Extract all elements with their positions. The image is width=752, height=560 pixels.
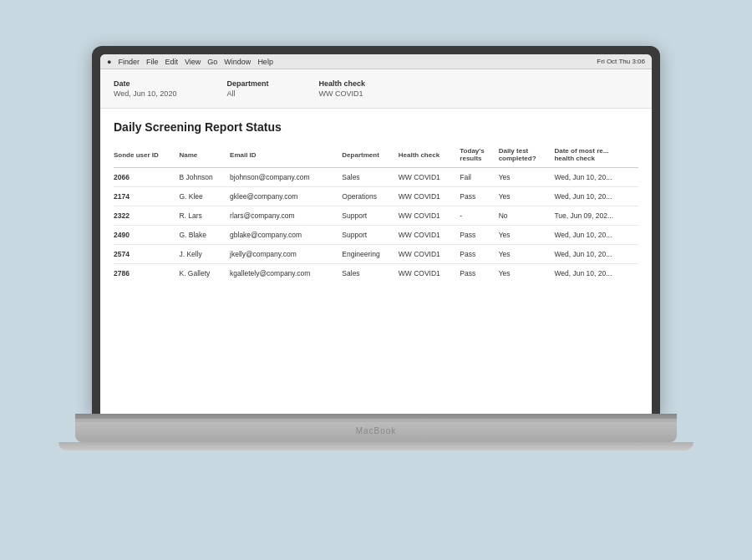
table-cell-3: Sales [342,264,398,283]
table-cell-4: WW COVID1 [399,226,460,245]
report-section: Daily Screening Report Status Sonde user… [100,109,652,414]
table-row: 2066B Johnsonbjohnson@company.comSalesWW… [114,168,638,187]
healthcheck-value: WW COVID1 [318,89,365,98]
table-cell-3: Support [342,206,398,226]
menu-edit[interactable]: Edit [165,58,178,66]
table-row: 2174G. Kleegklee@company.comOperationsWW… [114,187,638,206]
table-cell-1: K. Gallety [179,264,230,283]
table-cell-5: Fail [460,168,498,187]
col-header-health: Health check [399,144,460,168]
screen-content: ● Finder File Edit View Go Window Help F… [100,54,652,414]
department-value: All [226,89,268,98]
table-cell-7: Wed, Jun 10, 20... [554,187,638,206]
healthcheck-label: Health check [318,79,365,88]
laptop-bottom [58,442,694,451]
table-cell-4: WW COVID1 [399,206,460,226]
table-cell-2: jkelly@company.com [230,245,342,264]
table-cell-7: Wed, Jun 10, 20... [554,226,638,245]
table-cell-5: Pass [460,245,498,264]
table-cell-6: Yes [499,226,555,245]
laptop-screen-outer: ● Finder File Edit View Go Window Help F… [92,46,660,414]
menu-file[interactable]: File [146,58,159,66]
menu-bar: ● Finder File Edit View Go Window Help F… [100,54,652,69]
laptop-wrapper: ● Finder File Edit View Go Window Help F… [75,46,677,514]
table-cell-3: Operations [342,187,398,206]
menu-view[interactable]: View [185,58,201,66]
laptop-brand: MacBook [356,426,397,435]
col-header-name: Name [179,144,230,168]
table-cell-7: Wed, Jun 10, 20... [554,168,638,187]
col-header-results: Today'sresults [460,144,498,168]
app-content: Date Wed, Jun 10, 2020 Department All He… [100,69,652,414]
table-header-row: Sonde user ID Name Email ID Department H… [114,144,638,168]
table-cell-5: Pass [460,264,498,283]
date-value: Wed, Jun 10, 2020 [114,89,176,98]
menu-window[interactable]: Window [224,58,251,66]
table-row: 2322R. Larsrlars@company.comSupportWW CO… [114,206,638,226]
filter-bar: Date Wed, Jun 10, 2020 Department All He… [100,69,652,109]
table-cell-3: Engineering [342,245,398,264]
menu-bar-right: Fri Oct Thu 3:06 [597,58,645,65]
table-cell-4: WW COVID1 [399,187,460,206]
table-row: 2786K. Galletykgalletely@company.comSale… [114,264,638,283]
menu-finder[interactable]: Finder [118,58,140,66]
col-header-id: Sonde user ID [114,144,179,168]
menu-bar-left: ● Finder File Edit View Go Window Help [107,58,273,66]
table-cell-5: - [460,206,498,226]
col-header-dept: Department [342,144,398,168]
table-cell-7: Wed, Jun 10, 20... [554,264,638,283]
table-cell-5: Pass [460,226,498,245]
healthcheck-filter: Health check WW COVID1 [318,79,365,98]
table-cell-6: Yes [499,168,555,187]
table-cell-6: No [499,206,555,226]
table-cell-5: Pass [460,187,498,206]
table-cell-6: Yes [499,264,555,283]
menu-apple[interactable]: ● [107,58,111,66]
table-cell-6: Yes [499,245,555,264]
col-header-completed: Daily testcompleted? [499,144,555,168]
data-table: Sonde user ID Name Email ID Department H… [114,144,638,283]
table-cell-0: 2066 [114,168,179,187]
table-row: 2574J. Kellyjkelly@company.comEngineerin… [114,245,638,264]
table-cell-4: WW COVID1 [399,168,460,187]
menu-time: Fri Oct Thu 3:06 [597,58,645,65]
table-cell-0: 2322 [114,206,179,226]
department-label: Department [226,79,268,88]
table-cell-2: gblake@company.com [230,226,342,245]
table-cell-2: gklee@company.com [230,187,342,206]
table-row: 2490G. Blakegblake@company.comSupportWW … [114,226,638,245]
table-cell-1: J. Kelly [179,245,230,264]
menu-go[interactable]: Go [207,58,217,66]
table-cell-7: Wed, Jun 10, 20... [554,245,638,264]
col-header-email: Email ID [230,144,342,168]
col-header-date: Date of most re...health check [554,144,638,168]
laptop-screen-bezel: ● Finder File Edit View Go Window Help F… [100,54,652,414]
table-cell-2: kgalletely@company.com [230,264,342,283]
table-cell-7: Tue, Jun 09, 202... [554,206,638,226]
table-cell-1: G. Blake [179,226,230,245]
table-cell-2: bjohnson@company.com [230,168,342,187]
date-label: Date [114,79,176,88]
table-cell-0: 2490 [114,226,179,245]
table-cell-4: WW COVID1 [399,245,460,264]
table-cell-4: WW COVID1 [399,264,460,283]
table-cell-1: R. Lars [179,206,230,226]
table-cell-3: Sales [342,168,398,187]
table-cell-2: rlars@company.com [230,206,342,226]
department-filter: Department All [226,79,268,98]
table-cell-0: 2174 [114,187,179,206]
table-cell-0: 2786 [114,264,179,283]
table-cell-1: B Johnson [179,168,230,187]
table-cell-0: 2574 [114,245,179,264]
report-title: Daily Screening Report Status [114,120,638,134]
laptop-base: MacBook [75,419,677,442]
table-cell-1: G. Klee [179,187,230,206]
menu-help[interactable]: Help [257,58,273,66]
table-cell-3: Support [342,226,398,245]
table-cell-6: Yes [499,187,555,206]
table-body: 2066B Johnsonbjohnson@company.comSalesWW… [114,168,638,283]
date-filter: Date Wed, Jun 10, 2020 [114,79,176,98]
